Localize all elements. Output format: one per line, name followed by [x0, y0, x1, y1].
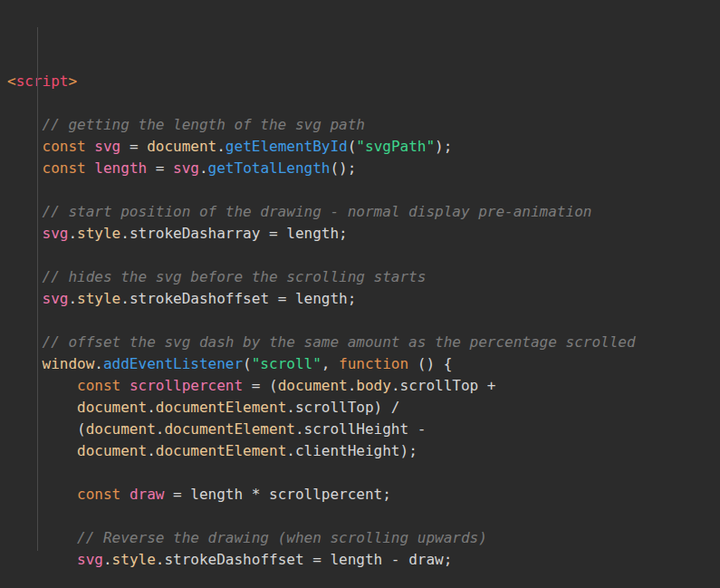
- code-line-5: const length = svg.getTotalLength();: [7, 158, 713, 179]
- plain-token: =: [120, 138, 147, 155]
- string-token: "scroll": [252, 355, 322, 372]
- plain-token: .scrollTop +: [391, 377, 496, 394]
- code-line-18: document.documentElement.clientHeight);: [7, 440, 713, 462]
- code-line-15: const scrollpercent = (document.body.scr…: [7, 375, 713, 397]
- plain-token: .strokeDasharray = length;: [120, 225, 347, 242]
- object-token: document: [147, 138, 216, 155]
- plain-token: .: [103, 551, 112, 568]
- plain-token: .: [147, 442, 156, 459]
- comment-token: // hides the svg before the scrolling st…: [7, 268, 426, 285]
- variable-token: draw: [130, 486, 165, 503]
- code-line-12: [7, 310, 713, 332]
- keyword-token: function: [339, 355, 408, 372]
- code-line-24: [7, 571, 713, 588]
- code-line-9: [7, 245, 713, 266]
- code-line-8: svg.style.strokeDasharray = length;: [7, 223, 713, 245]
- object-token: documentElement: [156, 442, 287, 459]
- code-line-22: // Reverse the drawing (when scrolling u…: [7, 527, 713, 549]
- plain-token: .: [348, 377, 357, 394]
- plain-token: .scrollHeight -: [295, 420, 427, 438]
- code-lines-container: <script> // getting the length of the sv…: [7, 71, 713, 588]
- plain-token: =: [147, 159, 173, 177]
- plain-token: .: [68, 225, 77, 242]
- plain-token: [120, 486, 130, 503]
- object-token: style: [77, 225, 120, 242]
- code-line-14: window.addEventListener("scroll", functi…: [7, 353, 713, 375]
- code-line-13: // offset the svg dash by the same amoun…: [7, 332, 713, 353]
- keyword-token: const: [77, 377, 120, 394]
- plain-token: );: [435, 138, 452, 155]
- variable-token: svg: [77, 551, 103, 568]
- string-token: "svgPath": [356, 138, 435, 155]
- object-token: documentElement: [156, 399, 287, 416]
- plain-token: [120, 377, 130, 394]
- tag-token: script: [16, 72, 69, 90]
- code-line-19: [7, 462, 713, 484]
- plain-token: .scrollTop) /: [286, 399, 399, 416]
- object-token: document: [278, 377, 348, 394]
- code-line-3: // getting the length of the svg path: [7, 114, 713, 136]
- variable-token: svg: [94, 138, 120, 155]
- method-token: addEventListener: [103, 355, 243, 372]
- plain-token: () {: [408, 355, 452, 372]
- plain-token: (: [348, 138, 357, 155]
- object-token: style: [77, 290, 120, 307]
- object-token: document: [86, 420, 156, 438]
- plain-token: [86, 159, 95, 177]
- code-line-23: svg.style.strokeDashoffset = length - dr…: [7, 549, 713, 571]
- comment-token: // start position of the drawing - norma…: [7, 203, 591, 220]
- code-line-6: [7, 179, 713, 201]
- variable-token: svg: [43, 290, 69, 307]
- variable-token: svg: [43, 225, 69, 242]
- plain-token: [86, 138, 95, 155]
- keyword-token: <: [7, 72, 16, 90]
- plain-token: .: [94, 355, 103, 372]
- code-line-1: <script>: [7, 71, 713, 92]
- variable-token: length: [94, 159, 147, 177]
- code-line-20: const draw = length * scrollpercent;: [7, 484, 713, 506]
- plain-token: [7, 377, 77, 394]
- indent-guide: [37, 27, 38, 551]
- plain-token: .strokeDashoffset = length - draw;: [156, 551, 453, 568]
- plain-token: .: [156, 420, 165, 438]
- variable-token: scrollpercent: [130, 377, 243, 394]
- code-line-16: document.documentElement.scrollTop) /: [7, 397, 713, 419]
- object-token: document: [77, 442, 147, 459]
- keyword-token: >: [68, 72, 77, 90]
- code-line-7: // start position of the drawing - norma…: [7, 201, 713, 223]
- code-line-17: (document.documentElement.scrollHeight -: [7, 419, 713, 440]
- plain-token: .: [216, 138, 226, 155]
- object-token: document: [77, 399, 147, 416]
- variable-token: svg: [173, 159, 199, 177]
- plain-token: = length * scrollpercent;: [164, 486, 390, 503]
- object-token: window: [43, 355, 95, 372]
- comment-token: // getting the length of the svg path: [7, 116, 365, 133]
- plain-token: [7, 486, 77, 503]
- comment-token: // Reverse the drawing (when scrolling u…: [7, 529, 487, 546]
- plain-token: .: [68, 290, 77, 307]
- plain-token: .: [199, 159, 208, 177]
- method-token: getElementById: [226, 138, 348, 155]
- plain-token: .clientHeight);: [286, 442, 418, 459]
- plain-token: [7, 551, 77, 568]
- plain-token: .strokeDashoffset = length;: [120, 290, 356, 307]
- plain-token: = (: [243, 377, 278, 394]
- keyword-token: const: [77, 486, 120, 503]
- plain-token: .: [147, 399, 156, 416]
- code-line-21: [7, 506, 713, 527]
- object-token: documentElement: [164, 420, 295, 438]
- object-token: style: [112, 551, 156, 568]
- plain-token: [7, 399, 77, 416]
- code-line-11: svg.style.strokeDashoffset = length;: [7, 288, 713, 310]
- code-line-10: // hides the svg before the scrolling st…: [7, 266, 713, 288]
- plain-token: (: [243, 355, 252, 372]
- plain-token: (: [7, 420, 86, 438]
- method-token: getTotalLength: [208, 159, 331, 177]
- comment-token: // offset the svg dash by the same amoun…: [7, 333, 636, 351]
- object-token: body: [356, 377, 391, 394]
- code-editor[interactable]: <script> // getting the length of the sv…: [0, 0, 720, 588]
- code-line-2: [7, 92, 713, 114]
- keyword-token: const: [43, 138, 86, 155]
- plain-token: ,: [322, 355, 339, 372]
- keyword-token: const: [43, 159, 86, 177]
